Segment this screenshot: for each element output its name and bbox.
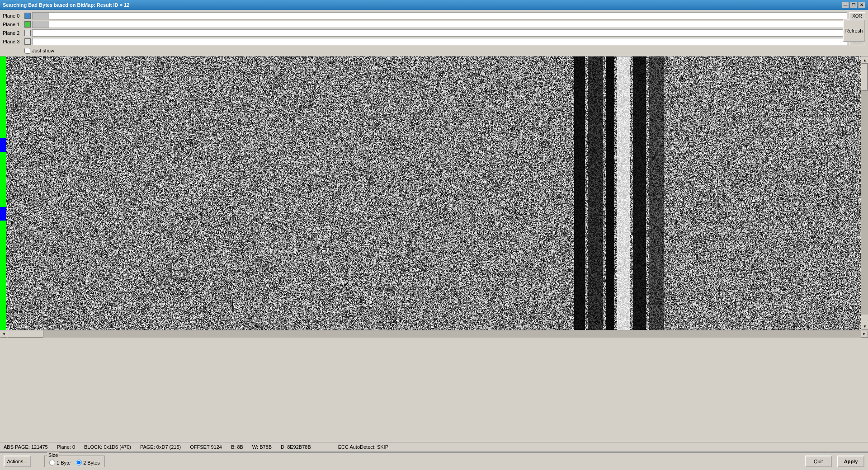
plane-2-row: Plane 2 XOR	[3, 29, 865, 37]
size-group-label: Size	[47, 452, 59, 458]
size-2bytes-radio[interactable]	[76, 460, 82, 465]
status-bar: ABS PAGE: 121475 Plane: 0 BLOCK: 0x1D6 (…	[0, 442, 868, 452]
bottom-bar: Actions... Size 1 Byte 2 Bytes Quit Appl…	[0, 452, 868, 470]
plane-0-slider[interactable]	[32, 12, 847, 19]
title-bar: Searching Bad Bytes based on BitMap: Res…	[0, 0, 868, 10]
status-page: PAGE: 0xD7 (215)	[140, 444, 181, 450]
size-2bytes-label[interactable]: 2 Bytes	[76, 460, 100, 465]
plane-1-color[interactable]	[24, 21, 31, 28]
status-w: W: B78B	[252, 444, 272, 450]
plane-0-color[interactable]	[24, 13, 31, 19]
h-scroll-thumb[interactable]	[7, 330, 43, 338]
status-abs-page: ABS PAGE: 121475	[4, 444, 48, 450]
just-show-label: Just show	[32, 48, 54, 53]
title-bar-controls: — ❐ ✕	[842, 2, 865, 8]
horizontal-scrollbar[interactable]: ◄ ►	[0, 330, 868, 337]
plane-3-label: Plane 3	[3, 39, 24, 44]
plane-2-color[interactable]	[24, 30, 31, 36]
close-button[interactable]: ✕	[858, 2, 865, 8]
status-d: D: 8E92B78B	[281, 444, 311, 450]
plane-2-slider[interactable]	[32, 29, 847, 37]
vertical-scrollbar[interactable]: ▲ ▼	[861, 56, 868, 330]
plane-3-slider[interactable]	[32, 38, 847, 45]
plane-3-color[interactable]	[24, 38, 31, 45]
plane-1-row: Plane 1 XOR	[3, 20, 865, 28]
quit-button[interactable]: Quit	[805, 456, 832, 467]
canvas-area[interactable]: ▲ ▼ ◄ ►	[0, 56, 868, 470]
content-area: ▲ ▼ ◄ ► ABS PAGE: 121475 Plane: 0 BLOC	[0, 56, 868, 470]
top-controls: Plane 0 XOR Plane 1 XOR Plane 2 XOR Plan…	[0, 10, 868, 56]
status-offset: OFFSET 9124	[190, 444, 222, 450]
status-block: BLOCK: 0x1D6 (470)	[84, 444, 131, 450]
plane-0-label: Plane 0	[3, 13, 24, 19]
plane-2-label: Plane 2	[3, 30, 24, 36]
scroll-up-arrow[interactable]: ▲	[861, 56, 868, 64]
window-title: Searching Bad Bytes based on BitMap: Res…	[3, 2, 129, 8]
status-plane: Plane: 0	[57, 444, 75, 450]
size-1byte-radio[interactable]	[49, 460, 55, 465]
plane-0-row: Plane 0 XOR	[3, 12, 865, 20]
app-container: Searching Bad Bytes based on BitMap: Res…	[0, 0, 868, 470]
scroll-down-arrow[interactable]: ▼	[861, 323, 868, 330]
scroll-left-arrow[interactable]: ◄	[0, 330, 7, 338]
minimize-button[interactable]: —	[842, 2, 849, 8]
scroll-right-arrow[interactable]: ►	[861, 330, 868, 338]
plane-3-row: Plane 3 XOR	[3, 38, 865, 46]
restore-button[interactable]: ❐	[850, 2, 857, 8]
size-1byte-label[interactable]: 1 Byte	[49, 460, 71, 465]
plane-1-label: Plane 1	[3, 22, 24, 27]
left-ruler	[0, 56, 6, 330]
plane-0-xor-button[interactable]: XOR	[849, 12, 865, 19]
plane-1-slider[interactable]	[32, 21, 847, 28]
just-show-row: Just show	[24, 46, 865, 55]
size-options: 1 Byte 2 Bytes	[49, 458, 100, 465]
status-ecc: ECC AutoDetect: SKIP!	[338, 444, 390, 450]
h-scroll-track[interactable]	[7, 330, 861, 338]
just-show-checkbox[interactable]	[24, 48, 30, 54]
actions-button[interactable]: Actions...	[4, 456, 31, 467]
apply-button[interactable]: Apply	[837, 456, 864, 467]
status-b: B: 8B	[231, 444, 243, 450]
bitmap-canvas[interactable]	[6, 56, 861, 330]
refresh-button[interactable]: Refresh	[843, 19, 865, 42]
